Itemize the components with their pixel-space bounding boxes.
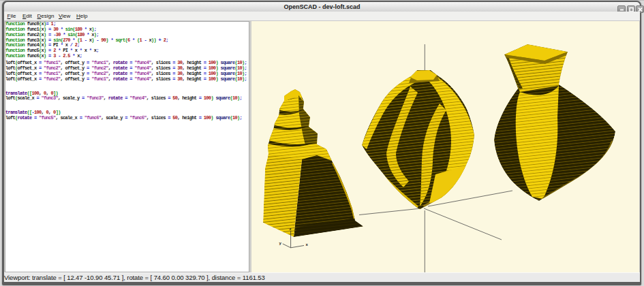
svg-text:z: z [290,227,292,231]
svg-text:y: y [279,241,282,245]
svg-text:x: x [306,242,309,247]
